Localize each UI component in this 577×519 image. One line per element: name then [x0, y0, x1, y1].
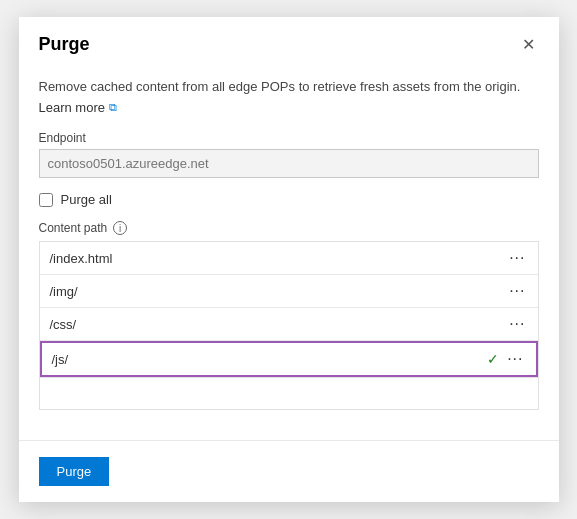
path-text-0: /index.html [50, 251, 508, 266]
path-text-1: /img/ [50, 284, 508, 299]
external-link-icon: ⧉ [109, 101, 117, 114]
dialog-body: Remove cached content from all edge POPs… [19, 67, 559, 431]
path-actions-3: ✓ ··· [487, 351, 525, 367]
learn-more-link[interactable]: Learn more ⧉ [39, 100, 117, 115]
path-item-1: /img/ ··· [40, 275, 538, 308]
purge-button[interactable]: Purge [39, 457, 110, 486]
path-item-3: /js/ ✓ ··· [40, 341, 538, 377]
close-button[interactable]: ✕ [518, 33, 539, 57]
path-text-3: /js/ [52, 352, 488, 367]
more-button-3[interactable]: ··· [505, 351, 525, 367]
path-item-2: /css/ ··· [40, 308, 538, 341]
path-actions-2: ··· [507, 316, 527, 332]
endpoint-input[interactable] [39, 149, 539, 178]
path-actions-0: ··· [507, 250, 527, 266]
learn-more-label: Learn more [39, 100, 105, 115]
endpoint-group: Endpoint [39, 131, 539, 178]
dialog-footer: Purge [19, 440, 559, 502]
dialog-header: Purge ✕ [19, 17, 559, 67]
path-item-0: /index.html ··· [40, 242, 538, 275]
new-path-input[interactable] [50, 382, 528, 405]
new-path-row [40, 377, 538, 409]
content-path-header: Content path i [39, 221, 539, 235]
more-button-1[interactable]: ··· [507, 283, 527, 299]
path-actions-1: ··· [507, 283, 527, 299]
more-button-0[interactable]: ··· [507, 250, 527, 266]
check-icon: ✓ [487, 351, 499, 367]
dialog-title: Purge [39, 34, 90, 55]
path-text-2: /css/ [50, 317, 508, 332]
purge-all-checkbox[interactable] [39, 193, 53, 207]
description-text: Remove cached content from all edge POPs… [39, 77, 539, 97]
endpoint-label: Endpoint [39, 131, 539, 145]
purge-dialog: Purge ✕ Remove cached content from all e… [19, 17, 559, 503]
purge-all-label: Purge all [61, 192, 112, 207]
more-button-2[interactable]: ··· [507, 316, 527, 332]
purge-all-row: Purge all [39, 192, 539, 207]
path-list: /index.html ··· /img/ ··· /css/ ··· /js/ [39, 241, 539, 410]
content-path-label: Content path [39, 221, 108, 235]
info-icon[interactable]: i [113, 221, 127, 235]
